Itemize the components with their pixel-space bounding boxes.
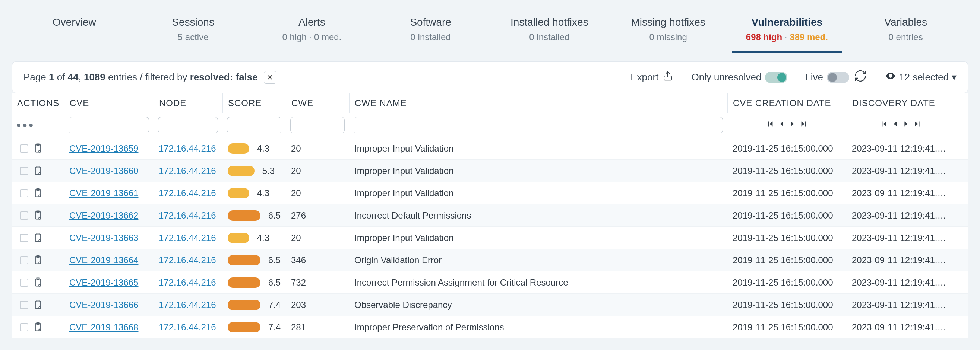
node-link[interactable]: 172.16.44.216 (159, 143, 216, 154)
cve-date-first-icon[interactable] (765, 119, 775, 131)
row-checkbox[interactable] (20, 144, 28, 153)
cve-date-last-icon[interactable] (799, 119, 808, 131)
score-value: 7.4 (266, 322, 281, 333)
table-row: CVE-2019-13662172.16.44.2166.5276Incorre… (12, 204, 968, 226)
clipboard-icon[interactable] (33, 320, 43, 334)
tab-label: Overview (18, 16, 131, 28)
cve-link[interactable]: CVE-2019-13666 (69, 300, 138, 310)
node-link[interactable]: 172.16.44.216 (159, 166, 216, 176)
table-row: CVE-2019-13664172.16.44.2166.5346Origin … (12, 249, 968, 271)
score-bar (228, 255, 261, 266)
clipboard-icon[interactable] (33, 186, 43, 200)
discovery-date: 2023-09-11 12:19:41.255 (846, 233, 955, 243)
score-bar (228, 166, 255, 176)
clear-filter-button[interactable]: ✕ (264, 71, 277, 84)
row-checkbox[interactable] (20, 212, 28, 220)
node-link[interactable]: 172.16.44.216 (159, 188, 216, 198)
node-link[interactable]: 172.16.44.216 (159, 211, 216, 220)
clipboard-icon[interactable] (33, 298, 43, 312)
score-value: 4.3 (255, 188, 269, 198)
score-bar (228, 211, 261, 221)
th-cve-date[interactable]: CVE CREATION DATE (727, 93, 846, 113)
cve-link[interactable]: CVE-2019-13665 (69, 277, 138, 287)
columns-picker[interactable]: 12 selected ▾ (885, 70, 956, 84)
tab-vuln[interactable]: Vulnerabilities698 high · 389 med. (728, 11, 846, 53)
node-link[interactable]: 172.16.44.216 (159, 255, 216, 265)
cve-link[interactable]: CVE-2019-13660 (69, 166, 138, 176)
cve-creation-date: 2019-11-25 16:15:00.000 (727, 233, 846, 243)
cve-link[interactable]: CVE-2019-13668 (69, 322, 138, 332)
row-checkbox[interactable] (20, 256, 28, 264)
row-checkbox[interactable] (20, 323, 28, 331)
tab-installed[interactable]: Installed hotfixes0 installed (490, 11, 609, 53)
clipboard-icon[interactable] (33, 164, 43, 178)
only-unresolved-toggle[interactable] (765, 72, 788, 83)
tab-sublabel: 0 missing (612, 32, 725, 43)
tab-missing[interactable]: Missing hotfixes0 missing (609, 11, 728, 53)
filter-cwe-name[interactable] (354, 117, 723, 133)
filter-node[interactable] (158, 117, 218, 133)
cve-creation-date: 2019-11-25 16:15:00.000 (727, 188, 846, 198)
tab-alerts[interactable]: Alerts0 high · 0 med. (253, 11, 372, 53)
score-value: 6.5 (266, 277, 281, 288)
discovery-date: 2023-09-11 12:19:41.256 (846, 255, 955, 266)
cve-link[interactable]: CVE-2019-13662 (69, 211, 138, 220)
node-link[interactable]: 172.16.44.216 (159, 322, 216, 332)
cve-link[interactable]: CVE-2019-13664 (69, 255, 138, 265)
row-checkbox[interactable] (20, 279, 28, 287)
clipboard-icon[interactable] (33, 231, 43, 245)
tab-sessions[interactable]: Sessions5 active (134, 11, 253, 53)
refresh-icon[interactable] (854, 69, 867, 85)
tab-sublabel: 698 high · 389 med. (731, 32, 844, 43)
score-bar (228, 233, 249, 243)
discovery-first-icon[interactable] (879, 119, 889, 131)
cve-link[interactable]: CVE-2019-13661 (69, 188, 138, 198)
cve-link[interactable]: CVE-2019-13659 (69, 143, 138, 154)
node-link[interactable]: 172.16.44.216 (159, 300, 216, 310)
filter-cve[interactable] (68, 117, 149, 133)
cve-link[interactable]: CVE-2019-13663 (69, 233, 138, 243)
export-button[interactable]: Export (630, 70, 673, 84)
cwe-id: 732 (286, 277, 349, 288)
filter-cwe[interactable] (290, 117, 345, 133)
node-link[interactable]: 172.16.44.216 (159, 277, 216, 287)
th-cwe[interactable]: CWE (286, 93, 349, 113)
tab-overview[interactable]: Overview (15, 11, 134, 53)
row-checkbox[interactable] (20, 189, 28, 197)
discovery-next-icon[interactable] (901, 119, 911, 131)
cve-date-prev-icon[interactable] (776, 119, 786, 131)
discovery-date: 2023-09-11 12:19:41.252 (846, 166, 955, 176)
clipboard-icon[interactable] (33, 209, 43, 223)
tab-sublabel: 0 installed (493, 32, 606, 43)
cve-creation-date: 2019-11-25 16:15:00.000 (727, 166, 846, 176)
row-checkbox[interactable] (20, 301, 28, 309)
discovery-prev-icon[interactable] (890, 119, 900, 131)
discovery-date: 2023-09-11 12:19:41.259 (846, 322, 955, 333)
discovery-date: 2023-09-11 12:19:41.251 (846, 143, 955, 154)
tab-software[interactable]: Software0 installed (371, 11, 490, 53)
clipboard-icon[interactable] (33, 253, 43, 267)
th-cwe-name[interactable]: CWE NAME (349, 93, 727, 113)
th-score[interactable]: SCORE (223, 93, 286, 113)
tab-variables[interactable]: Variables0 entries (846, 11, 965, 53)
tab-label: Installed hotfixes (493, 16, 606, 28)
th-cve[interactable]: CVE (64, 93, 154, 113)
clipboard-icon[interactable] (33, 276, 43, 290)
actions-menu-button[interactable]: ••• (12, 118, 64, 133)
node-link[interactable]: 172.16.44.216 (159, 233, 216, 243)
cwe-name: Improper Input Validation (349, 233, 727, 243)
cwe-id: 276 (286, 211, 349, 221)
th-discovery[interactable]: DISCOVERY DATE (846, 93, 955, 113)
cve-creation-date: 2019-11-25 16:15:00.000 (727, 143, 846, 154)
filter-score[interactable] (227, 117, 281, 133)
clipboard-icon[interactable] (33, 141, 43, 156)
cwe-id: 20 (286, 188, 349, 198)
tab-label: Software (374, 16, 487, 28)
cve-date-next-icon[interactable] (788, 119, 797, 131)
row-checkbox[interactable] (20, 234, 28, 242)
row-checkbox[interactable] (20, 167, 28, 175)
discovery-last-icon[interactable] (913, 119, 922, 131)
live-toggle[interactable] (827, 72, 849, 83)
th-node[interactable]: NODE (154, 93, 223, 113)
cve-date-nav (727, 119, 846, 131)
